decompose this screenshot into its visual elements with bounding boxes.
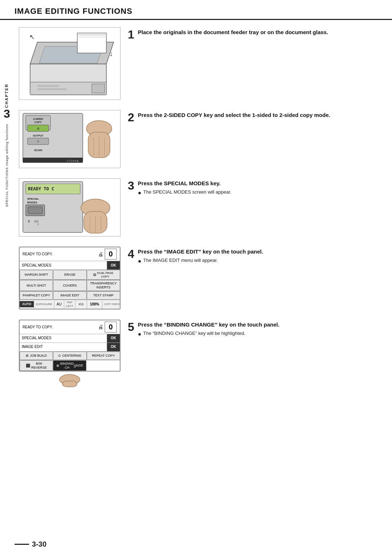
tp4-ratio: 100% [90, 302, 99, 307]
panel-svg-step3: READY TO C SPECIAL MODES 2 ED Y [19, 179, 121, 236]
svg-text:1:11ma▲: 1:11ma▲ [66, 159, 79, 162]
tp5-ok2: OK [107, 343, 120, 351]
copier-svg-step1: ↓ ↖ [19, 28, 121, 100]
bw-icon: ⬛ [26, 364, 30, 368]
step-1-text: 1 Place the originals in the document fe… [128, 27, 377, 40]
step-3-bullet-1: ● The SPECIAL MODES screen will appear. [138, 189, 377, 196]
tp4-pamphlet[interactable]: PAMPHLET COPY [20, 291, 53, 300]
tp5-job-build[interactable]: ⊞JOB BUILD [20, 352, 53, 360]
step-2-title: Press the 2-SIDED COPY key and select th… [128, 112, 377, 119]
main-content: ↓ ↖ 1 Place the originals in the documen… [15, 20, 392, 405]
tp4-row1: MARGIN SHIFT ERASE ⧉ DUAL PAGECOPY [20, 270, 120, 280]
step-5-touch-panel: READY TO COPY. 🖨 0 SPECIAL MODES OK IMAG… [19, 320, 121, 372]
step-4-text: 4 Press the “IMAGE EDIT” key on the touc… [128, 247, 377, 264]
tp4-multi-shot[interactable]: MULTI SHOT [20, 280, 53, 291]
tp4-auto: AUTO [20, 301, 34, 307]
step-3-title: Press the SPECIAL MODES key. [128, 180, 377, 187]
tp4-modes-label: SPECIAL MODES [20, 261, 107, 270]
tp4-ratio-cell: 100% [87, 300, 103, 309]
footer-page-number: 3-30 [32, 540, 46, 548]
tp5-repeat-copy[interactable]: REPEAT COPY [87, 352, 120, 360]
step-5-title: Press the “BINDING CHANGE” key on the to… [128, 321, 377, 328]
tp4-dual-page[interactable]: ⧉ DUAL PAGECOPY [87, 270, 120, 280]
step-4-number: 4 [128, 248, 134, 260]
page-footer: 3-30 [15, 540, 46, 548]
bullet-dot-4-1: ● [138, 258, 142, 264]
tp5-status: READY TO COPY. [23, 325, 53, 329]
tp4-transparency[interactable]: TRANSPARENCYINSERTS [87, 280, 120, 291]
tp4-printer-icon: 🖨 [98, 251, 103, 257]
tp5-header: READY TO COPY. 🖨 0 [20, 320, 120, 334]
chapter-number: 3 [4, 108, 10, 119]
step-4-row: READY TO COPY. 🖨 0 SPECIAL MODES OK MARG… [19, 247, 377, 309]
tp4-icon-area: 🖨 0 [98, 248, 117, 260]
svg-text:READY TO C: READY TO C [28, 186, 54, 191]
tp4-row3: PAMPHLET COPY IMAGE EDIT TEXT STAMP [20, 291, 120, 300]
svg-rect-5 [78, 36, 105, 38]
step-5-bullet-text: The “BINDING CHANGE” key will be highlig… [143, 331, 245, 336]
svg-rect-4 [78, 34, 105, 36]
tp5-modes-row: SPECIAL MODES OK [20, 334, 120, 343]
svg-text:Y: Y [37, 223, 39, 226]
tp5-binding-change[interactable]: ⊕BINDINGCHANGE [53, 360, 86, 371]
tp4-covers[interactable]: COVERS [53, 280, 86, 291]
step-1-row: ↓ ↖ 1 Place the originals in the documen… [19, 27, 377, 100]
tp5-image-edit-row: IMAGE EDIT OK [20, 343, 120, 352]
svg-text:ED: ED [34, 220, 38, 223]
chapter-sidebar: CHAPTER 3 SPECIAL FUNCTIONS Image editin… [0, 80, 14, 533]
tp4-copy-ratio-cell: COPY RATIO [102, 300, 121, 309]
svg-text:COPY: COPY [34, 121, 42, 123]
job-build-icon: ⊞ [26, 354, 29, 358]
step-2-image: 2-SIDED COPY ▤ OUTPUT ⎘ SCAN 1:11ma▲ [19, 110, 121, 168]
tp4-text-stamp[interactable]: TEXT STAMP [87, 291, 120, 300]
bullet-dot-5-1: ● [138, 331, 142, 337]
tp4-margin-shift[interactable]: MARGIN SHIFT [20, 270, 53, 280]
tp4-erase[interactable]: ERASE [53, 270, 86, 280]
tp4-image-edit[interactable]: IMAGE EDIT [53, 291, 86, 300]
svg-text:SCAN: SCAN [34, 149, 42, 152]
tp4-footer-row: AUTO EXPOSURE AU PAP LECT x11 [20, 300, 120, 309]
tp5-image-edit-label: IMAGE EDIT [20, 343, 107, 351]
tp4-au-cell: AU [54, 300, 64, 309]
binding-icon: ⊕ [56, 364, 59, 368]
tp5-centering[interactable]: ⊙CENTERING [53, 352, 86, 360]
step-5-panel-container: READY TO COPY. 🖨 0 SPECIAL MODES OK IMAG… [19, 320, 121, 388]
step-3-row: READY TO C SPECIAL MODES 2 ED Y [19, 178, 377, 236]
tp5-modes-label: SPECIAL MODES [20, 334, 107, 343]
tp4-lect: LECT [66, 304, 73, 308]
step-5-bullet-1: ● The “BINDING CHANGE” key will be highl… [138, 331, 377, 337]
finger-svg [55, 373, 84, 388]
step-3-bullet-text: The SPECIAL MODES screen will appear. [143, 189, 231, 195]
svg-rect-11 [92, 84, 105, 93]
step-5-number: 5 [128, 321, 134, 333]
centering-icon: ⊙ [58, 354, 61, 358]
tp4-exposure-sub: EXPOSURE [36, 303, 52, 306]
tp5-row2: ⬛B/WREVERSE ⊕BINDINGCHANGE [20, 360, 120, 371]
footer-line [15, 544, 29, 545]
step-2-number: 2 [128, 112, 134, 123]
tp4-header: READY TO COPY. 🖨 0 [20, 247, 120, 261]
tp5-bw-reverse[interactable]: ⬛B/WREVERSE [20, 360, 53, 371]
step-4-bullet-text: The IMAGE EDIT menu will appear. [143, 258, 218, 263]
tp5-empty [86, 360, 120, 371]
step-5-row: READY TO COPY. 🖨 0 SPECIAL MODES OK IMAG… [19, 320, 377, 388]
dual-page-icon: ⧉ [93, 272, 96, 277]
tp4-status: READY TO COPY. [23, 252, 53, 256]
svg-rect-35 [28, 207, 42, 214]
step-2-text: 2 Press the 2-SIDED COPY key and select … [128, 110, 377, 123]
tp5-zero: 0 [105, 321, 117, 333]
svg-rect-45 [62, 381, 77, 387]
tp5-icon-area: 🖨 0 [98, 321, 117, 333]
tp4-row2: MULTI SHOT COVERS TRANSPARENCYINSERTS [20, 280, 120, 291]
step-4-bullet-1: ● The IMAGE EDIT menu will appear. [138, 258, 377, 264]
step-3-number: 3 [128, 180, 134, 191]
tp4-ok: OK [107, 261, 120, 270]
svg-text:2-SIDED: 2-SIDED [33, 118, 43, 120]
tp5-row1: ⊞JOB BUILD ⊙CENTERING REPEAT COPY [20, 352, 120, 360]
step-1-title: Place the originals in the document feed… [128, 29, 377, 36]
svg-text:MODES: MODES [27, 201, 37, 204]
dual-page-label: DUAL PAGECOPY [97, 271, 113, 278]
step-1-image: ↓ ↖ [19, 27, 121, 100]
tp5-ok1: OK [107, 334, 120, 343]
svg-rect-3 [77, 33, 106, 53]
